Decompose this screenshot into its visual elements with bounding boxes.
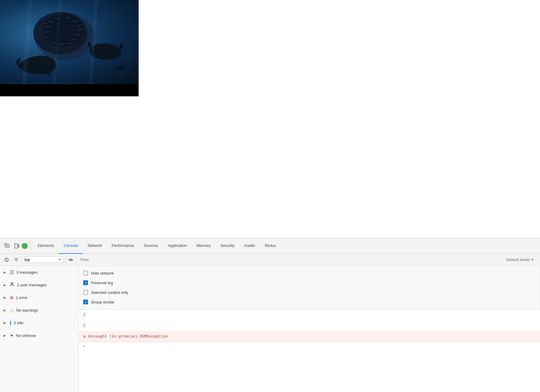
sidebar-item-verbose[interactable]: ▶ ✦ No verbose bbox=[0, 329, 78, 342]
device-toolbar-button[interactable] bbox=[12, 241, 22, 251]
info-label: 2 info bbox=[14, 321, 24, 325]
react-devtools-icon bbox=[22, 243, 28, 249]
group-similar-label: Group similar bbox=[91, 300, 114, 304]
log-value-2: 2 bbox=[83, 323, 86, 328]
tab-redux[interactable]: Redux bbox=[260, 238, 281, 254]
context-selector[interactable]: top ▼ bbox=[22, 257, 64, 263]
tab-network[interactable]: Network bbox=[83, 238, 107, 254]
devtools-tabs-bar: Elements Console Network Performance Sou… bbox=[0, 238, 540, 254]
user-messages-label: 2 user messages bbox=[17, 283, 47, 287]
dolphins-svg bbox=[0, 0, 139, 84]
context-value: top bbox=[24, 257, 30, 262]
log-entry-1: 1 bbox=[78, 310, 540, 320]
sidebar-item-user-messages[interactable]: ▶ 2 user messages bbox=[0, 278, 78, 291]
check-mark-2: ✓ bbox=[84, 300, 87, 304]
sidebar-item-messages[interactable]: ▶ ☰ 3 messages bbox=[0, 266, 78, 278]
filter-input[interactable] bbox=[78, 257, 501, 262]
default-levels-selector[interactable]: Default levels ▼ bbox=[503, 257, 538, 262]
tab-elements[interactable]: Elements bbox=[33, 238, 59, 254]
selected-context-label: Selected context only bbox=[91, 290, 128, 295]
hide-network-item[interactable]: Hide network bbox=[78, 268, 540, 278]
context-dropdown-arrow: ▼ bbox=[58, 258, 61, 261]
error-message: Uncaught (in promise) DOMException bbox=[88, 334, 168, 339]
svg-rect-20 bbox=[5, 244, 7, 246]
tab-security[interactable]: Security bbox=[215, 238, 239, 254]
svg-point-1 bbox=[42, 14, 84, 47]
toolbar-divider bbox=[65, 256, 65, 263]
group-similar-checkbox[interactable]: ✓ bbox=[83, 300, 88, 304]
eye-icon-button[interactable] bbox=[67, 256, 75, 264]
verbose-label: No verbose bbox=[16, 333, 36, 338]
sidebar-item-warnings[interactable]: ▶ ⚠ No warnings bbox=[0, 304, 78, 316]
expand-arrow-warning: ▶ bbox=[4, 309, 7, 312]
check-mark: ✓ bbox=[84, 281, 87, 285]
tab-sources[interactable]: Sources bbox=[139, 238, 163, 254]
default-levels-arrow: ▼ bbox=[531, 258, 534, 261]
svg-point-32 bbox=[11, 282, 13, 284]
tab-console[interactable]: Console bbox=[59, 238, 83, 254]
devtools-panel: Elements Console Network Performance Sou… bbox=[0, 238, 540, 392]
tab-application[interactable]: Application bbox=[163, 238, 192, 254]
info-circle-icon: ℹ bbox=[10, 320, 11, 326]
dropdown-panel: Hide network ✓ Preserve log Selected con… bbox=[78, 266, 540, 309]
video-black-bar bbox=[0, 84, 139, 96]
toolbar-divider-2 bbox=[76, 256, 77, 263]
verbose-icon: ✦ bbox=[10, 333, 14, 338]
tab-divider bbox=[30, 242, 30, 250]
svg-line-19 bbox=[90, 0, 96, 84]
console-toolbar: top ▼ Default levels ▼ bbox=[0, 254, 540, 266]
console-body: ▶ ☰ 3 messages ▶ 2 user messages ▶ ⊗ bbox=[0, 266, 540, 392]
hide-network-label: Hide network bbox=[91, 271, 114, 275]
video-thumbnail[interactable] bbox=[0, 0, 139, 96]
selected-context-checkbox[interactable] bbox=[83, 290, 88, 295]
user-icon bbox=[10, 282, 14, 288]
default-levels-label: Default levels bbox=[506, 257, 530, 262]
browser-content bbox=[0, 0, 540, 238]
preserve-log-label: Preserve log bbox=[91, 281, 113, 285]
preserve-log-item[interactable]: ✓ Preserve log bbox=[78, 278, 540, 288]
log-entry-2: 2 bbox=[78, 320, 540, 331]
console-content: Hide network ✓ Preserve log Selected con… bbox=[78, 266, 540, 392]
log-entry-error[interactable]: ⊗ Uncaught (in promise) DOMException bbox=[78, 331, 540, 342]
expand-arrow-verbose: ▶ bbox=[4, 334, 7, 337]
tab-audits[interactable]: Audits bbox=[239, 238, 260, 254]
video-frame bbox=[0, 0, 139, 84]
warnings-label: No warnings bbox=[16, 308, 38, 313]
expand-arrow-log: > bbox=[83, 344, 85, 348]
filter-toggle-button[interactable] bbox=[12, 256, 20, 264]
selected-context-item[interactable]: Selected context only bbox=[78, 288, 540, 297]
inspect-element-button[interactable] bbox=[2, 241, 12, 251]
clear-console-button[interactable] bbox=[2, 256, 11, 264]
warning-triangle-icon: ⚠ bbox=[10, 307, 14, 313]
sidebar-item-errors[interactable]: ▶ ⊗ 1 error bbox=[0, 291, 78, 304]
error-circle-icon: ⊗ bbox=[10, 295, 14, 300]
preserve-log-checkbox[interactable]: ✓ bbox=[83, 280, 88, 285]
svg-rect-24 bbox=[15, 244, 18, 248]
expand-arrow-info: ▶ bbox=[4, 321, 7, 325]
tab-memory[interactable]: Memory bbox=[192, 238, 215, 254]
svg-point-31 bbox=[70, 259, 72, 260]
expand-arrow-user: ▶ bbox=[4, 283, 7, 287]
group-similar-item[interactable]: ✓ Group similar bbox=[78, 297, 540, 307]
svg-line-27 bbox=[5, 259, 8, 261]
sidebar-item-info[interactable]: ▶ ℹ 2 info bbox=[0, 316, 78, 329]
tab-performance[interactable]: Performance bbox=[107, 238, 139, 254]
log-expand-entry[interactable]: > bbox=[78, 342, 540, 350]
error-entry-icon: ⊗ bbox=[83, 334, 86, 339]
console-sidebar: ▶ ☰ 3 messages ▶ 2 user messages ▶ ⊗ bbox=[0, 266, 78, 392]
errors-label: 1 error bbox=[16, 295, 27, 300]
expand-arrow-messages: ▶ bbox=[4, 271, 7, 274]
hide-network-checkbox[interactable] bbox=[83, 271, 88, 275]
log-value-1: 1 bbox=[83, 313, 86, 317]
messages-label: 3 messages bbox=[16, 270, 37, 275]
expand-arrow-error: ▶ bbox=[4, 296, 7, 299]
svg-rect-25 bbox=[18, 245, 19, 247]
list-icon: ☰ bbox=[10, 269, 14, 275]
